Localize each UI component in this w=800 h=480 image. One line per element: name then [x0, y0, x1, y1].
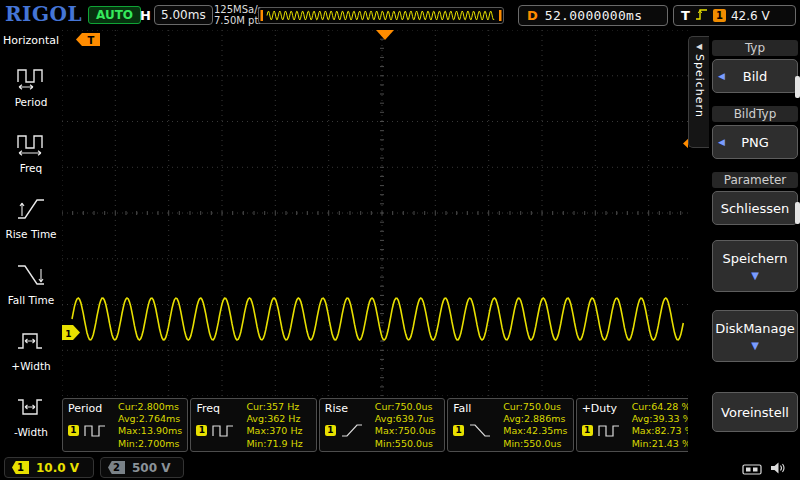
period-icon [16, 63, 46, 95]
speaker-icon [770, 460, 787, 479]
menu-item-fall-time[interactable]: Fall Time [0, 250, 62, 316]
menu-group-speichern: Speichern ▼ [712, 240, 798, 292]
acquisition-info: 125MSa/s 7.50M pts [214, 4, 264, 26]
top-status-bar: RIGOL AUTO H 5.00ms 125MSa/s 7.50M pts D… [0, 0, 800, 30]
speichern-button[interactable]: Speichern ▼ [712, 240, 798, 292]
channel2-status[interactable]: 2 500 V [100, 457, 184, 478]
fall-edge-icon [469, 423, 491, 442]
measurement-label: Fall [453, 402, 471, 415]
button-label: Speichern [723, 251, 788, 266]
memory-depth: 7.50M pts [214, 15, 264, 26]
trigger-label: T [681, 8, 690, 23]
channel1-scale: 10.0 V [36, 461, 79, 475]
bild-button[interactable]: ◀ Bild [712, 59, 798, 93]
waveform-preview-trace [259, 8, 503, 24]
trigger-readout: T 1 42.6 V [673, 5, 796, 26]
channel-badge: 1 [453, 425, 464, 436]
channel1-status[interactable]: 1 10.0 V [4, 457, 94, 478]
measurement-row: Period 1 Cur:2.800ms Avg:2.764ms Max:13.… [62, 398, 702, 452]
square-wave-icon [598, 423, 620, 442]
value-avg: Avg:2.886ms [503, 413, 567, 425]
softkey-mark [795, 202, 800, 224]
value-cur: Cur:64.28 % [632, 401, 694, 413]
horizontal-scale-label: H [140, 8, 151, 23]
value-avg: Avg:639.7us [375, 413, 436, 425]
left-arrow-icon: ◀ [696, 42, 702, 51]
diskmanage-button[interactable]: DiskManage ▼ [712, 310, 798, 362]
button-label: Bild [743, 69, 767, 84]
delay-readout: D 52.0000000ms [518, 5, 668, 26]
value-cur: Cur:357 Hz [246, 401, 302, 413]
trigger-slope-icon [695, 6, 708, 25]
schliessen-button[interactable]: Schliessen [712, 191, 798, 225]
measurement-panel-duty: +Duty 1 Cur:64.28 % Avg:39.33 % Max:82.7… [576, 398, 702, 452]
menu-group-bildtyp: BildTyp ◀ PNG [712, 106, 798, 159]
channel-badge: 1 [196, 425, 207, 436]
menu-item-freq[interactable]: Freq [0, 118, 62, 184]
value-avg: Avg:39.33 % [632, 413, 694, 425]
menu-item-label: Freq [20, 163, 43, 174]
png-button[interactable]: ◀ PNG [712, 125, 798, 159]
value-min: Min:550.0us [375, 438, 436, 450]
value-min: Min:2.700ms [118, 438, 182, 450]
button-label: PNG [741, 135, 769, 150]
value-max: Max:370 Hz [246, 425, 302, 437]
bottom-status-bar: 1 10.0 V 2 500 V [0, 455, 800, 480]
square-wave-icon [212, 423, 234, 442]
left-arrow-icon: ◀ [718, 137, 725, 147]
menu-item-plus-width[interactable]: +Width [0, 316, 62, 382]
menu-group-parameter: Parameter Schliessen [712, 172, 798, 225]
value-cur: Cur:750.0us [503, 401, 567, 413]
channel1-badge: 1 [12, 461, 29, 474]
softkey-mark [795, 76, 800, 98]
sample-rate: 125MSa/s [214, 4, 264, 15]
channel2-scale: 500 V [132, 461, 171, 475]
left-measure-menu: Horizontal Period Freq [0, 30, 62, 455]
scope-grid-and-trace: TT1 [62, 30, 702, 400]
left-menu-title: Horizontal [0, 30, 62, 52]
square-wave-icon [84, 423, 106, 442]
fall-time-icon [16, 261, 46, 293]
menu-item-label: +Width [11, 361, 50, 372]
menu-item-label: Fall Time [8, 295, 54, 306]
channel2-badge: 2 [108, 461, 125, 474]
minus-width-icon [16, 393, 46, 425]
run-status-badge: AUTO [88, 6, 141, 24]
value-avg: Avg:362 Hz [246, 413, 302, 425]
measurement-panel-period: Period 1 Cur:2.800ms Avg:2.764ms Max:13.… [62, 398, 188, 452]
menu-group-diskmanage: DiskManage ▼ [712, 310, 798, 362]
measurement-values: Cur:750.0us Avg:639.7us Max:750.0us Min:… [375, 401, 436, 450]
measurement-values: Cur:750.0us Avg:2.886ms Max:42.35ms Min:… [503, 401, 567, 450]
menu-tab-speichern[interactable]: ◀ Speichern [688, 36, 709, 148]
measurement-values: Cur:357 Hz Avg:362 Hz Max:370 Hz Min:71.… [246, 401, 302, 450]
menu-item-label: -Width [14, 427, 48, 438]
rise-time-icon [16, 195, 46, 227]
measurement-values: Cur:64.28 % Avg:39.33 % Max:82.73 % Min:… [632, 401, 694, 450]
channel-badge: 1 [582, 425, 593, 436]
down-arrow-icon: ▼ [751, 271, 759, 281]
svg-text:1: 1 [65, 329, 71, 339]
value-cur: Cur:2.800ms [118, 401, 182, 413]
menu-item-minus-width[interactable]: -Width [0, 382, 62, 448]
value-max: Max:42.35ms [503, 425, 567, 437]
trigger-level-value: 42.6 V [731, 9, 770, 23]
measurement-label: Rise [325, 402, 348, 415]
waveform-preview [258, 7, 504, 24]
right-softkey-menu: ◀ Speichern Typ ◀ Bild BildTyp ◀ PNG Par… [688, 30, 800, 455]
voreinstell-button[interactable]: Voreinstell [712, 392, 798, 432]
freq-icon [16, 129, 46, 161]
button-label: Schliessen [721, 201, 790, 216]
menu-item-period[interactable]: Period [0, 52, 62, 118]
delay-label: D [527, 8, 538, 23]
menu-item-rise-time[interactable]: Rise Time [0, 184, 62, 250]
value-max: Max:750.0us [375, 425, 436, 437]
horizontal-scale-value: 5.00ms [154, 5, 213, 25]
delay-value: 52.0000000ms [545, 8, 643, 23]
menu-tab-title: Speichern [693, 54, 706, 118]
menu-group-header: Typ [712, 40, 798, 56]
menu-group-typ: Typ ◀ Bild [712, 40, 798, 93]
left-arrow-icon: ◀ [718, 71, 725, 81]
measurement-label: Period [68, 402, 102, 415]
value-cur: Cur:750.0us [375, 401, 436, 413]
svg-text:T: T [88, 35, 95, 46]
